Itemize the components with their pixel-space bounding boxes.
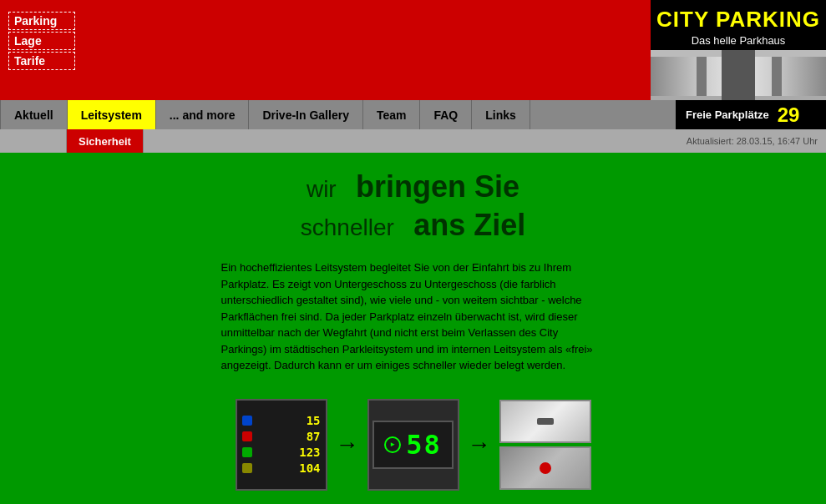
hero-line1: wir bringen Sie: [33, 169, 793, 204]
free-parking-panel: Freie Parkplätze 29: [676, 100, 826, 129]
free-parking-count: 29: [778, 103, 800, 127]
arrow-1: →: [327, 431, 367, 458]
display-row-number: 87: [256, 430, 321, 443]
display-row: 104: [242, 461, 321, 475]
sensor-image-bottom: [499, 446, 591, 490]
sensor-image-top: [499, 400, 591, 443]
nav-drive-in-gallery[interactable]: Drive-In Gallery: [249, 100, 363, 129]
tarife-link[interactable]: Tarife: [8, 52, 75, 70]
nav-aktuell[interactable]: Aktuell: [0, 100, 68, 129]
sub-nav-sicherheit[interactable]: Sicherheit: [67, 129, 144, 153]
display-row: 123: [242, 446, 321, 459]
hero-line1-bold: bringen Sie: [356, 169, 519, 204]
sensor-images: [499, 400, 591, 490]
lage-link[interactable]: Lage: [8, 32, 75, 50]
nav-and-more[interactable]: ... and more: [156, 100, 250, 129]
svg-rect-1: [651, 50, 826, 100]
svg-rect-2: [697, 50, 707, 100]
display-row-number: 123: [256, 446, 321, 459]
display-row-number: 104: [256, 461, 321, 475]
display-color-dot: [242, 416, 252, 426]
free-parking-label: Freie Parkplätze: [686, 108, 769, 121]
display-color-dot: [242, 447, 252, 457]
hero-line1-normal: wir: [307, 176, 337, 202]
display-color-dot: [242, 431, 252, 441]
parking-link[interactable]: Parking: [8, 12, 75, 30]
hero-text: wir bringen Sie schneller ans Ziel: [33, 169, 793, 243]
svg-rect-5: [651, 96, 826, 100]
nav-links[interactable]: Links: [472, 100, 530, 129]
main-content: wir bringen Sie schneller ans Ziel Ein h…: [0, 153, 826, 504]
header-logo: CITY PARKING Das helle Parkhaus: [651, 0, 826, 100]
svg-rect-6: [651, 50, 826, 57]
number-display: 58: [372, 421, 454, 469]
description: Ein hocheffizientes Leitsystem begleitet…: [221, 260, 606, 374]
svg-rect-4: [772, 50, 782, 100]
nav-team[interactable]: Team: [363, 100, 421, 129]
header-nav-links: Parking Lage Tarife: [8, 12, 651, 70]
logo-title: CITY PARKING: [651, 0, 826, 34]
big-number: 58: [406, 429, 442, 461]
hero-line2-normal: schneller: [301, 214, 394, 240]
number-display-image: 58: [367, 399, 459, 491]
header-left: Parking Lage Tarife: [0, 0, 651, 100]
aktualisiert: Aktualisiert: 28.03.15, 16:47 Uhr: [687, 129, 826, 153]
arrow-2: →: [459, 431, 499, 458]
logo-subtitle: Das helle Parkhaus: [692, 34, 786, 50]
hero-line2: schneller ans Ziel: [33, 208, 793, 243]
hero-line2-bold: ans Ziel: [413, 208, 525, 242]
display-row-number: 15: [256, 414, 321, 427]
arrow-icon: [384, 436, 401, 453]
nav-leitsystem[interactable]: Leitsystem: [68, 100, 156, 129]
svg-rect-3: [734, 50, 744, 100]
sub-nav: Sicherheit Aktualisiert: 28.03.15, 16:47…: [0, 129, 826, 153]
header: Parking Lage Tarife CITY PARKING Das hel…: [0, 0, 826, 100]
nav-faq[interactable]: FAQ: [420, 100, 472, 129]
logo-image: [651, 50, 826, 100]
display-row: 87: [242, 430, 321, 443]
display-board-image: 15 87 123 104: [236, 399, 327, 491]
display-row: 15: [242, 414, 321, 427]
display-color-dot: [242, 463, 252, 473]
main-nav: Aktuell Leitsystem ... and more Drive-In…: [0, 100, 826, 129]
sub-nav-spacer: [0, 129, 67, 153]
images-row: 15 87 123 104 → 58 →: [33, 399, 793, 491]
